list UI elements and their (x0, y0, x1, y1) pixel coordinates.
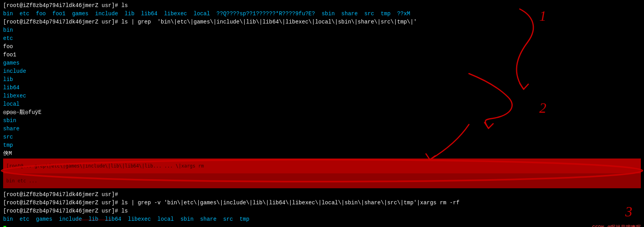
terminal-line: 俠M (3, 150, 641, 158)
terminal-line: bin etc foo foo1 games include lib lib64… (3, 10, 641, 18)
terminal-line: foo (3, 43, 641, 51)
terminal-line: ■ (3, 223, 641, 227)
terminal-line: foo1 (3, 51, 641, 59)
terminal-line: sbin (3, 117, 641, 125)
terminal-line: lib64 (3, 84, 641, 92)
terminal-line: src (3, 133, 641, 141)
terminal-line: bin etc games include lib lib64 libexec … (3, 215, 641, 223)
terminal-line: local (3, 100, 641, 108)
terminal-line: etc (3, 34, 641, 43)
terminal-line: tmp (3, 141, 641, 150)
terminal-line: include (3, 67, 641, 76)
terminal-line: ◎p◎◎-覯◎fuÿE (3, 108, 641, 117)
terminal-line: [root@iZf8zb4p794i7ldk46jmerZ usr]# ls |… (3, 199, 641, 207)
terminal-line: libexec (3, 92, 641, 100)
terminal-line: lib (3, 76, 641, 84)
csdn-badge: CSDN @喔就是哦噢喔 (592, 224, 641, 227)
terminal-line: [root@iZf8zb4p794i7ldk46jmerZ usr]# ls |… (3, 18, 641, 26)
terminal-line: bin (3, 26, 641, 34)
terminal-line: games (3, 59, 641, 67)
terminal-line: [root@iZf8zb4p794i7ldk46jmerZ usr]# ls (3, 207, 641, 215)
terminal-line: [root@iZf8zb4p794i7ldk46jmerZ usr]# ls (3, 2, 641, 10)
terminal: [root@iZf8zb4p794i7ldk46jmerZ usr]# ls b… (0, 0, 644, 227)
terminal-line: [root@iZf8zb4p794i7ldk46jmerZ usr]# (3, 191, 641, 199)
terminal-line: share (3, 125, 641, 133)
